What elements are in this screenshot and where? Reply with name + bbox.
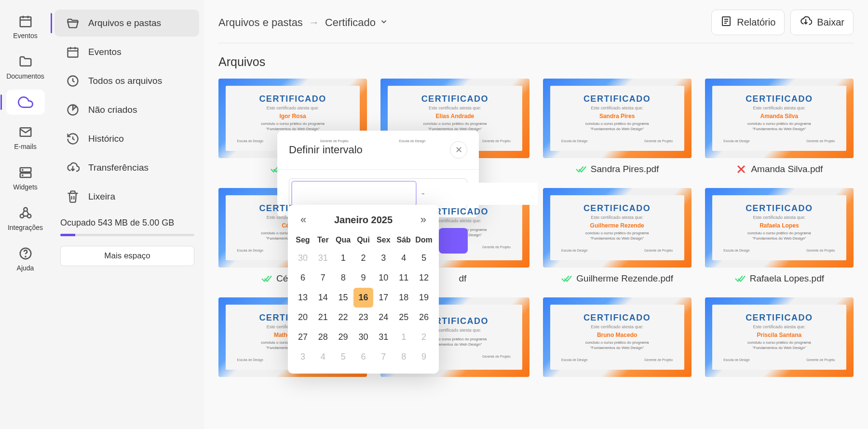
calendar-day[interactable]: 28	[313, 327, 333, 347]
file-card[interactable]: CERTIFICADO Este certificado atesta que:…	[705, 297, 854, 377]
calendar-day[interactable]: 23	[353, 308, 374, 327]
calendar-day[interactable]: 30	[293, 248, 313, 268]
calendar-day[interactable]: 13	[293, 288, 313, 308]
svg-point-7	[22, 170, 23, 170]
mail-icon	[18, 124, 33, 140]
cert-subtitle: Este certificado atesta que:	[267, 106, 319, 110]
calendar-day[interactable]: 5	[414, 248, 434, 268]
calendar-day[interactable]: 6	[293, 268, 313, 288]
cloud-icon	[18, 94, 33, 110]
breadcrumb-root[interactable]: Arquivos e pastas	[218, 16, 303, 29]
certificate-thumbnail: CERTIFICADO Este certificado atesta que:…	[705, 297, 854, 377]
file-card[interactable]: CERTIFICADO Este certificado atesta que:…	[543, 297, 692, 377]
breadcrumb-current[interactable]: Certificado	[325, 16, 388, 29]
calendar-day[interactable]: 21	[313, 308, 333, 327]
more-space-button[interactable]: Mais espaço	[60, 246, 194, 266]
calendar-day[interactable]: 11	[393, 268, 414, 288]
calendar-day[interactable]: 8	[393, 347, 414, 367]
section-title: Arquivos	[204, 43, 868, 79]
rail-item-cloud[interactable]	[6, 90, 45, 115]
calendar-day[interactable]: 18	[393, 288, 414, 308]
file-card[interactable]: CERTIFICADO Este certificado atesta que:…	[543, 188, 692, 284]
calendar-day[interactable]: 19	[414, 288, 434, 308]
calendar-day[interactable]: 3	[293, 347, 313, 367]
svg-rect-0	[20, 17, 31, 27]
nav-item-trash[interactable]: Lixeira	[54, 183, 199, 210]
file-card[interactable]: CERTIFICADO Este certificado atesta que:…	[705, 79, 854, 174]
calendar-day[interactable]: 24	[373, 308, 393, 327]
nav-item-pie[interactable]: Não criados	[54, 96, 199, 123]
cert-title: CERTIFICADO	[746, 94, 813, 104]
calendar-day[interactable]: 1	[333, 248, 353, 268]
rail-item-folder[interactable]: Documentos	[6, 49, 45, 85]
calendar-prev-button[interactable]: «	[297, 214, 310, 226]
cert-subtitle: Este certificado atesta que:	[753, 215, 806, 220]
calendar-day[interactable]: 20	[293, 308, 313, 327]
download-button[interactable]: Baixar	[790, 10, 854, 35]
cert-subtitle: Este certificado atesta que:	[753, 324, 806, 329]
cert-title: CERTIFICADO	[583, 203, 651, 214]
close-button[interactable]: ✕	[450, 141, 467, 159]
error-icon	[735, 164, 747, 174]
calendar-day[interactable]: 4	[393, 248, 414, 268]
calendar-day[interactable]: 26	[414, 308, 434, 327]
calendar-day[interactable]: 4	[313, 347, 333, 367]
cert-body: concluiu o curso prático do programa"Fun…	[261, 121, 325, 132]
calendar-day[interactable]: 9	[353, 268, 374, 288]
calendar-day[interactable]: 7	[313, 268, 333, 288]
calendar-popup: « Janeiro 2025 » SegTerQuaQuiSexSábDom30…	[288, 205, 439, 374]
nav-item-folder-open[interactable]: Arquivos e pastas	[54, 10, 199, 37]
report-button[interactable]: Relatório	[711, 10, 785, 35]
calendar-day[interactable]: 15	[333, 288, 353, 308]
calendar-day[interactable]: 10	[373, 268, 393, 288]
nav-label: Lixeira	[88, 191, 115, 202]
cert-footer: Escola de DesignGerente de Projeto	[237, 139, 349, 143]
calendar-day[interactable]: 22	[333, 308, 353, 327]
calendar-day[interactable]: 16	[353, 288, 374, 308]
calendar-day[interactable]: 27	[293, 327, 313, 347]
svg-point-13	[25, 256, 26, 257]
calendar-day[interactable]: 2	[353, 248, 374, 268]
calendar-day[interactable]: 5	[333, 347, 353, 367]
modal-divider	[277, 169, 479, 170]
calendar-next-button[interactable]: »	[417, 214, 430, 226]
rail-item-webhook[interactable]: Integrações	[6, 201, 45, 236]
cert-subtitle: Este certificado atesta que:	[591, 215, 643, 220]
calendar-day[interactable]: 7	[373, 347, 393, 367]
calendar-day[interactable]: 6	[353, 347, 374, 367]
calendar-day[interactable]: 14	[313, 288, 333, 308]
rail-item-help[interactable]: Ajuda	[6, 241, 45, 277]
breadcrumb: Arquivos e pastas → Certificado	[218, 16, 388, 29]
calendar-day[interactable]: 2	[414, 327, 434, 347]
date-from-input[interactable]	[291, 181, 417, 206]
rail-item-server[interactable]: Widgets	[6, 160, 45, 196]
webhook-icon	[18, 205, 33, 221]
calendar-day[interactable]: 30	[353, 327, 374, 347]
file-card[interactable]: CERTIFICADO Este certificado atesta que:…	[705, 188, 854, 284]
calendar-dow: Ter	[313, 232, 333, 248]
calendar-day[interactable]: 1	[393, 327, 414, 347]
nav-item-clock[interactable]: Todos os arquivos	[54, 67, 199, 94]
date-to-input[interactable]	[430, 183, 538, 205]
folder-icon	[18, 54, 33, 69]
nav-label: Não criados	[88, 105, 137, 115]
cert-footer: Escola de DesignGerente de Projeto	[561, 358, 673, 362]
pie-icon	[66, 103, 80, 117]
cert-subtitle: Este certificado atesta que:	[591, 106, 643, 110]
calendar-day[interactable]: 8	[333, 268, 353, 288]
nav-item-history[interactable]: Histórico	[54, 125, 199, 152]
calendar-day[interactable]: 12	[414, 268, 434, 288]
calendar-day[interactable]: 17	[373, 288, 393, 308]
rail-item-calendar[interactable]: Eventos	[6, 9, 45, 44]
file-card[interactable]: CERTIFICADO Este certificado atesta que:…	[543, 79, 692, 174]
calendar-day[interactable]: 29	[333, 327, 353, 347]
calendar-day[interactable]: 3	[373, 248, 393, 268]
nav-item-calendar[interactable]: Eventos	[54, 39, 199, 66]
calendar-day[interactable]: 9	[414, 347, 434, 367]
apply-button-partial[interactable]	[439, 228, 468, 254]
rail-item-mail[interactable]: E-mails	[6, 120, 45, 155]
nav-item-download-cloud[interactable]: Transferências	[54, 154, 199, 181]
calendar-day[interactable]: 31	[313, 248, 333, 268]
calendar-day[interactable]: 31	[373, 327, 393, 347]
calendar-day[interactable]: 25	[393, 308, 414, 327]
